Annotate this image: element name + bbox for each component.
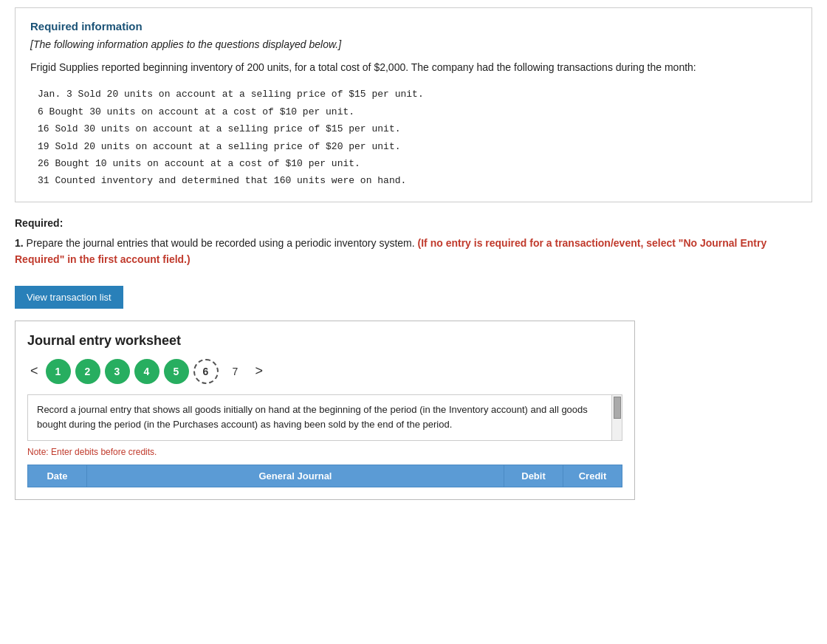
tab-arrow-left[interactable]: < bbox=[27, 363, 41, 379]
transaction-line-3: 16 Sold 30 units on account at a selling… bbox=[38, 120, 797, 137]
transaction-line-6: 31 Counted inventory and determined that… bbox=[38, 172, 797, 189]
scrollbar-thumb[interactable] bbox=[614, 397, 621, 419]
tab-5[interactable]: 5 bbox=[164, 359, 189, 384]
table-header-row: Date General Journal Debit Credit bbox=[28, 465, 622, 487]
journal-table: Date General Journal Debit Credit bbox=[27, 465, 622, 487]
col-header-date: Date bbox=[28, 465, 87, 487]
required-info-body: Frigid Supplies reported beginning inven… bbox=[30, 59, 797, 75]
col-header-general-journal: General Journal bbox=[87, 465, 504, 487]
question-1: 1. Prepare the journal entries that woul… bbox=[15, 235, 812, 268]
required-label: Required: bbox=[15, 217, 812, 229]
transaction-line-2: 6 Bought 30 units on account at a cost o… bbox=[38, 103, 797, 120]
transactions-block: Jan. 3 Sold 20 units on account at a sel… bbox=[38, 86, 797, 189]
question-number: 1. bbox=[15, 237, 24, 249]
note-text: Note: Enter debits before credits. bbox=[27, 447, 622, 457]
description-text: Record a journal entry that shows all go… bbox=[37, 404, 588, 431]
tab-arrow-right[interactable]: > bbox=[253, 363, 267, 379]
tab-1[interactable]: 1 bbox=[46, 359, 71, 384]
question-text-normal: Prepare the journal entries that would b… bbox=[27, 237, 415, 249]
col-header-credit: Credit bbox=[563, 465, 622, 487]
col-header-debit: Debit bbox=[504, 465, 563, 487]
transaction-line-4: 19 Sold 20 units on account at a selling… bbox=[38, 138, 797, 155]
tab-6-active[interactable]: 6 bbox=[193, 359, 219, 384]
tab-3[interactable]: 3 bbox=[105, 359, 130, 384]
description-box: Record a journal entry that shows all go… bbox=[27, 394, 622, 442]
journal-worksheet: Journal entry worksheet < 1 2 3 4 5 6 7 … bbox=[15, 321, 635, 501]
transaction-line-5: 26 Bought 10 units on account at a cost … bbox=[38, 155, 797, 172]
journal-title: Journal entry worksheet bbox=[27, 333, 622, 349]
tab-4[interactable]: 4 bbox=[134, 359, 159, 384]
scrollbar[interactable] bbox=[611, 395, 622, 441]
tab-7[interactable]: 7 bbox=[223, 359, 248, 384]
required-info-title: Required information bbox=[30, 20, 797, 32]
transaction-line-1: Jan. 3 Sold 20 units on account at a sel… bbox=[38, 86, 797, 103]
view-transaction-list-button[interactable]: View transaction list bbox=[15, 286, 123, 309]
required-info-section: Required information [The following info… bbox=[15, 7, 812, 202]
tabs-row: < 1 2 3 4 5 6 7 > bbox=[27, 359, 622, 384]
tab-2[interactable]: 2 bbox=[75, 359, 100, 384]
required-info-subtitle: [The following information applies to th… bbox=[30, 38, 797, 50]
